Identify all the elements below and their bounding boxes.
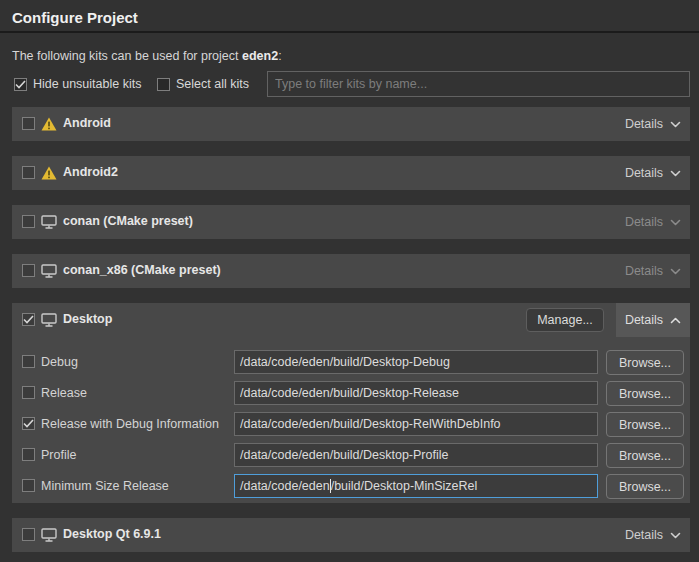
details-button: Details — [616, 205, 690, 239]
chevron-down-icon — [670, 121, 681, 128]
kit-name: Desktop Qt 6.9.1 — [63, 527, 161, 541]
kit-checkbox[interactable] — [22, 264, 35, 277]
intro-text: The following kits can be used for proje… — [12, 49, 282, 63]
kit-checkbox[interactable] — [22, 215, 35, 228]
details-button[interactable]: Details — [616, 107, 690, 141]
kit-row-conan-x86[interactable]: conan_x86 (CMake preset) Details — [12, 254, 690, 288]
details-button: Details — [616, 254, 690, 288]
build-config-checkbox[interactable] — [22, 417, 35, 430]
build-config-label: Release — [41, 386, 87, 400]
details-label: Details — [625, 166, 663, 180]
build-dir-input[interactable] — [234, 412, 598, 436]
browse-button[interactable]: Browse... — [606, 350, 684, 375]
kit-checkbox[interactable] — [22, 117, 35, 130]
hide-unsuitable-kits-label: Hide unsuitable kits — [33, 77, 141, 91]
build-config-label: Release with Debug Information — [41, 417, 219, 431]
kit-name: conan_x86 (CMake preset) — [63, 263, 221, 277]
warning-icon — [41, 166, 57, 180]
chevron-down-icon — [670, 219, 681, 226]
chevron-up-icon — [670, 317, 681, 324]
build-config-label: Debug — [41, 355, 78, 369]
browse-button[interactable]: Browse... — [606, 443, 684, 468]
manage-kits-button[interactable]: Manage... — [526, 308, 604, 332]
kit-row-android2[interactable]: Android2 Details — [12, 156, 690, 190]
kit-section-desktop: Desktop Manage... Details Debug Browse..… — [12, 303, 690, 503]
build-config-checkbox[interactable] — [22, 479, 35, 492]
details-label: Details — [625, 528, 663, 542]
path-text-before-cursor: /data/code/eden — [240, 479, 330, 493]
build-config-row-release: Release Browse... — [12, 381, 690, 406]
build-config-row-profile: Profile Browse... — [12, 443, 690, 468]
check-icon — [15, 80, 26, 89]
hide-unsuitable-kits-checkbox[interactable]: Hide unsuitable kits — [14, 76, 141, 92]
desktop-icon — [41, 215, 57, 229]
path-text-after-cursor: /build/Desktop-MinSizeRel — [331, 479, 478, 493]
browse-button[interactable]: Browse... — [606, 381, 684, 406]
kit-name: conan (CMake preset) — [63, 214, 193, 228]
details-label: Details — [625, 215, 663, 229]
build-config-row-relwithdebinfo: Release with Debug Information Browse... — [12, 412, 690, 437]
build-config-row-minsizerel: Minimum Size Release /data/code/eden/bui… — [12, 474, 690, 499]
build-dir-input-focused[interactable]: /data/code/eden/build/Desktop-MinSizeRel — [234, 474, 598, 498]
kit-name: Android2 — [63, 165, 118, 179]
kit-name: Android — [63, 116, 111, 130]
kit-checkbox[interactable] — [22, 313, 35, 326]
check-icon — [23, 315, 34, 324]
browse-button[interactable]: Browse... — [606, 412, 684, 437]
kit-row-desktop[interactable]: Desktop Manage... Details — [12, 303, 690, 337]
desktop-icon — [41, 528, 57, 542]
intro-prefix: The following kits can be used for proje… — [12, 49, 242, 63]
intro-suffix: : — [278, 49, 281, 63]
kit-row-android[interactable]: Android Details — [12, 107, 690, 141]
chevron-down-icon — [670, 268, 681, 275]
build-config-checkbox[interactable] — [22, 448, 35, 461]
desktop-icon — [41, 264, 57, 278]
kit-row-conan[interactable]: conan (CMake preset) Details — [12, 205, 690, 239]
build-config-checkbox[interactable] — [22, 355, 35, 368]
kit-checkbox[interactable] — [22, 166, 35, 179]
build-config-label: Profile — [41, 448, 76, 462]
details-button[interactable]: Details — [616, 156, 690, 190]
details-button[interactable]: Details — [616, 303, 690, 337]
build-dir-input[interactable] — [234, 381, 598, 405]
title-separator — [0, 31, 699, 33]
chevron-down-icon — [670, 170, 681, 177]
desktop-icon — [41, 313, 57, 327]
select-all-kits-label: Select all kits — [176, 77, 249, 91]
build-config-row-debug: Debug Browse... — [12, 350, 690, 375]
kit-row-desktop-qt[interactable]: Desktop Qt 6.9.1 Details — [12, 518, 690, 552]
browse-button[interactable]: Browse... — [606, 474, 684, 499]
details-button[interactable]: Details — [616, 518, 690, 552]
check-icon — [23, 419, 34, 428]
warning-icon — [41, 117, 57, 131]
page-title: Configure Project — [12, 9, 138, 26]
chevron-down-icon — [670, 532, 681, 539]
kit-filter-input[interactable] — [267, 71, 690, 97]
build-dir-input[interactable] — [234, 350, 598, 374]
build-config-checkbox[interactable] — [22, 386, 35, 399]
details-label: Details — [625, 313, 663, 327]
build-config-label: Minimum Size Release — [41, 479, 169, 493]
details-label: Details — [625, 117, 663, 131]
kit-name: Desktop — [63, 312, 112, 326]
checkbox-box[interactable] — [157, 78, 170, 91]
kit-checkbox[interactable] — [22, 528, 35, 541]
build-dir-input[interactable] — [234, 443, 598, 467]
select-all-kits-checkbox[interactable]: Select all kits — [157, 76, 249, 92]
checkbox-box[interactable] — [14, 78, 27, 91]
details-label: Details — [625, 264, 663, 278]
project-name: eden2 — [242, 49, 278, 63]
